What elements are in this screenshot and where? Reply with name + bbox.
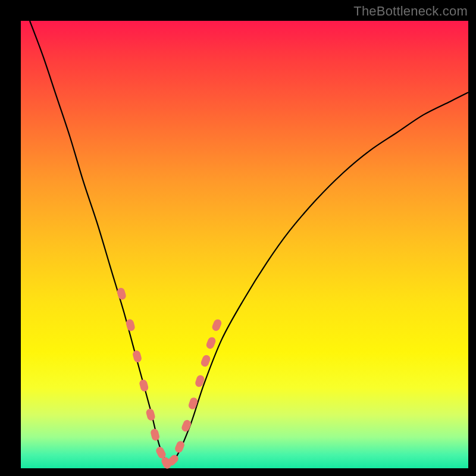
marker-dot <box>205 336 217 350</box>
marker-dot <box>132 350 143 364</box>
curve-svg <box>21 21 468 468</box>
chart-frame: TheBottleneck.com <box>0 0 476 476</box>
marker-dot <box>200 354 211 368</box>
marker-dot <box>150 428 160 441</box>
marker-dot <box>145 408 156 421</box>
marker-dot <box>116 287 127 300</box>
bottleneck-curve <box>30 21 468 464</box>
marker-dot <box>211 318 223 332</box>
marker-dot <box>139 379 149 393</box>
marker-dot <box>180 419 192 433</box>
marker-dot <box>187 396 199 410</box>
plot-area <box>21 21 468 468</box>
watermark-label: TheBottleneck.com <box>353 4 468 19</box>
